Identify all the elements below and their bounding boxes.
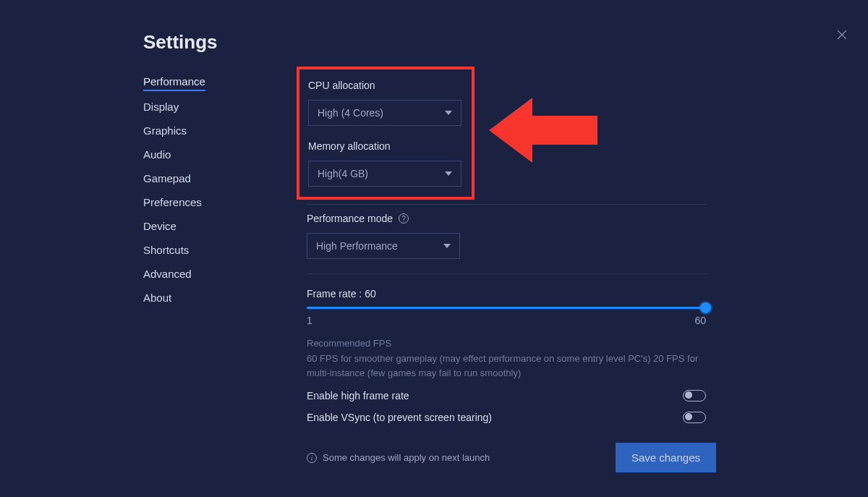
sidebar-item-gamepad[interactable]: Gamepad [143, 172, 191, 187]
divider [307, 273, 706, 274]
page-title: Settings [143, 31, 218, 54]
cpu-allocation-value: High (4 Cores) [318, 107, 383, 119]
memory-allocation-value: High(4 GB) [318, 168, 368, 179]
recommended-fps-body: 60 FPS for smoother gameplay (may effect… [307, 352, 706, 380]
memory-allocation-label: Memory allocation [308, 140, 463, 152]
enable-vsync-label: Enable VSync (to prevent screen tearing) [307, 412, 492, 423]
slider-thumb[interactable] [700, 302, 711, 313]
footer-note: i Some changes will apply on next launch [307, 452, 490, 463]
performance-mode-label-text: Performance mode [307, 213, 393, 224]
info-icon: i [307, 453, 317, 463]
sidebar-item-audio[interactable]: Audio [143, 148, 171, 163]
slider-range-labels: 1 60 [307, 315, 706, 326]
enable-vsync-row: Enable VSync (to prevent screen tearing) [307, 412, 706, 423]
toggle-knob [685, 391, 692, 399]
close-button[interactable] [835, 27, 849, 42]
sidebar-item-preferences[interactable]: Preferences [143, 196, 202, 211]
memory-allocation-field: Memory allocation High(4 GB) [308, 140, 463, 187]
sidebar-item-device[interactable]: Device [143, 220, 176, 234]
performance-mode-label: Performance mode ? [307, 213, 460, 224]
chevron-down-icon [445, 171, 452, 176]
toggle-knob [685, 413, 692, 420]
sidebar-item-advanced[interactable]: Advanced [143, 268, 192, 282]
sidebar-item-shortcuts[interactable]: Shortcuts [143, 244, 189, 258]
chevron-down-icon [445, 111, 452, 115]
annotation-arrow-icon [489, 90, 605, 170]
divider [307, 204, 706, 205]
settings-sidebar: Performance Display Graphics Audio Gamep… [143, 75, 266, 306]
performance-mode-field: Performance mode ? High Performance [307, 213, 460, 259]
sidebar-item-about[interactable]: About [143, 292, 171, 306]
cpu-allocation-select[interactable]: High (4 Cores) [308, 100, 461, 126]
slider-max: 60 [694, 315, 706, 326]
sidebar-item-graphics[interactable]: Graphics [143, 124, 187, 139]
enable-high-frame-rate-toggle[interactable] [683, 390, 706, 402]
slider-min: 1 [307, 315, 312, 326]
frame-rate-label: Frame rate : 60 [307, 288, 706, 300]
footer: i Some changes will apply on next launch… [307, 443, 716, 472]
annotation-highlight-box: CPU allocation High (4 Cores) Memory all… [297, 67, 475, 200]
recommended-fps-title: Recommended FPS [307, 338, 706, 349]
frame-rate-slider[interactable] [307, 307, 706, 309]
performance-mode-select[interactable]: High Performance [307, 233, 460, 259]
performance-mode-value: High Performance [316, 240, 398, 252]
chevron-down-icon [443, 244, 451, 248]
help-icon[interactable]: ? [399, 213, 409, 224]
enable-high-frame-rate-row: Enable high frame rate [307, 390, 706, 402]
sidebar-item-performance[interactable]: Performance [143, 75, 205, 91]
frame-rate-section: Frame rate : 60 1 60 Recommended FPS 60 … [307, 288, 706, 423]
svg-marker-2 [489, 98, 597, 163]
memory-allocation-select[interactable]: High(4 GB) [308, 161, 461, 187]
save-changes-button[interactable]: Save changes [616, 443, 716, 472]
cpu-allocation-field: CPU allocation High (4 Cores) [308, 80, 463, 126]
cpu-allocation-label: CPU allocation [308, 80, 463, 91]
recommended-fps: Recommended FPS 60 FPS for smoother game… [307, 338, 706, 380]
enable-high-frame-rate-label: Enable high frame rate [307, 390, 409, 402]
enable-vsync-toggle[interactable] [683, 412, 706, 423]
footer-note-text: Some changes will apply on next launch [323, 452, 490, 463]
sidebar-item-display[interactable]: Display [143, 101, 179, 115]
